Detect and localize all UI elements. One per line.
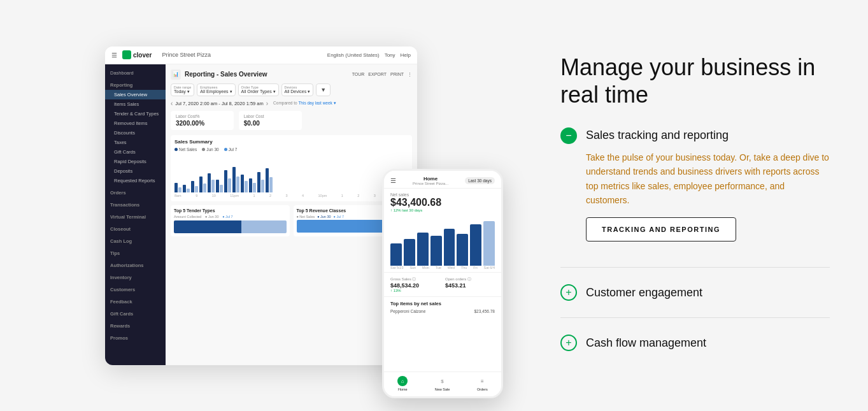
sales-tracking-title: Sales tracking and reporting [586,129,729,142]
mobile-bar-5 [444,229,455,266]
chart-x-labels: 8am91011pm123410pm12345 [174,194,408,198]
divider-2 [560,317,830,318]
mobile-stats-row: Gross Sales ⓘ $48,534.20 ↑ 13% Open orde… [384,272,501,296]
sidebar-section-feedback[interactable]: Feedback [105,297,166,306]
mobile-bar-4 [430,236,442,266]
new-sale-icon: $ [438,376,448,386]
mobile-chart-labels: Sat 5/23SunMonTueWedThuFriSat 6/4 [384,266,501,270]
customer-engagement-toggle-icon[interactable]: + [560,284,577,301]
sales-bar-chart [174,154,408,192]
dashboard-sidebar: Dashboard Reporting Sales Overview Items… [105,64,166,365]
plus-icon-2: + [566,338,571,348]
sidebar-section-inventory[interactable]: Inventory [105,273,166,282]
dashboard-main: 📊 Reporting - Sales Overview TOUR EXPORT… [166,64,417,365]
dashboard-topbar: ☰ clover Prince Street Pizza English (Un… [105,47,417,64]
sidebar-section-transactions[interactable]: Transactions [105,200,166,210]
prev-date-nav[interactable]: ‹ [171,100,173,107]
mobile-bar-2 [404,239,415,266]
sidebar-item-tender[interactable]: Tender & Card Types [105,109,166,119]
mobile-store-name: Home [413,176,448,182]
customer-engagement-title: Customer engagement [586,286,702,299]
sidebar-item-taxes[interactable]: Taxes [105,138,166,147]
next-date-nav[interactable]: › [266,100,268,107]
sidebar-section-virtual-terminal[interactable]: Virtual Terminal [105,212,166,222]
export-button[interactable]: EXPORT [368,72,387,77]
sidebar-item-requested-reports[interactable]: Requested Reports [105,176,166,185]
date-range-display: ‹ Jul 7, 2020 2:00 am - Jul 8, 2020 1:59… [171,100,412,107]
compared-to: Compared to This day last week ▾ [273,101,336,106]
filter-icon[interactable]: ▼ [316,83,331,96]
mobile-gross-sales: Gross Sales ⓘ $48,534.20 ↑ 13% [390,277,440,292]
cash-flow-toggle-icon[interactable]: + [560,335,577,351]
mobile-open-orders: Open orders ⓘ $453.21 [445,277,495,292]
sidebar-section-gift-cards2[interactable]: Gift Cards [105,309,166,319]
tour-button[interactable]: TOUR [352,72,365,77]
sales-tracking-description: Take the pulse of your business today. O… [586,150,830,208]
mobile-net-sales-label: Net sales [384,189,501,197]
divider-1 [560,267,830,268]
clover-logo: clover [122,50,152,59]
more-button[interactable]: ⋮ [408,72,412,77]
mobile-top-items: Top items by net sales Pepperoni Calzone… [384,296,501,319]
sidebar-section-orders[interactable]: Orders [105,188,166,198]
metrics-row: Labor Cost% 3200.00% Labor Cost $0.00 [171,111,412,130]
print-button[interactable]: PRINT [390,72,404,77]
sidebar-section-closeout[interactable]: Closeout [105,224,166,234]
mobile-bar-8 [483,221,495,266]
mobile-topbar: ☰ Home Prince Street Pizza... Last 30 da… [384,171,501,189]
sidebar-item-removed[interactable]: Removed Items [105,119,166,128]
home-icon: ⌂ [397,376,408,386]
devices-filter[interactable]: Devices All Devices ▾ [281,83,314,96]
sidebar-section-promos[interactable]: Promos [105,333,166,343]
page-actions: TOUR EXPORT PRINT ⋮ [352,72,412,77]
cash-flow-title: Cash flow management [586,336,706,350]
sales-tracking-toggle-icon[interactable]: − [560,127,577,144]
mobile-menu-icon: ☰ [390,177,396,184]
sidebar-item-rapid-deposits[interactable]: Rapid Deposits [105,157,166,166]
mobile-store-info: Home Prince Street Pizza... [413,176,448,185]
plus-icon-1: + [566,287,571,298]
tender-types-title: Top 5 Tender Types [174,208,287,213]
page-title: Reporting - Sales Overview [185,71,267,78]
sidebar-item-discounts[interactable]: Discounts [105,128,166,138]
dashboard-mockup: ☰ clover Prince Street Pizza English (Un… [105,47,417,365]
clover-logo-icon [122,50,131,59]
bottom-charts: Top 5 Tender Types Amount Collected ● Ju… [171,205,412,236]
mobile-bottom-nav: ⌂ Home $ New Sale ≡ Orders [384,371,501,396]
order-type-filter[interactable]: Order Type All Order Types ▾ [238,83,279,96]
tracking-reporting-button[interactable]: TRACKING AND REPORTING [586,217,736,242]
sidebar-section-authorizations[interactable]: Authorizations [105,261,166,270]
sidebar-item-items-sales[interactable]: Items Sales [105,99,166,109]
feature-customer-engagement[interactable]: + Customer engagement [560,278,830,307]
tender-types-sub: Amount Collected ● Jun 30 ● Jul 7 [174,215,287,219]
sidebar-item-gift-cards[interactable]: Gift Cards [105,147,166,157]
mobile-nav-new-sale[interactable]: $ New Sale [435,376,450,391]
tender-types-chart: Top 5 Tender Types Amount Collected ● Ju… [171,205,290,236]
sidebar-item-sales-overview[interactable]: Sales Overview [105,90,166,99]
sidebar-section-rewards[interactable]: Rewards [105,321,166,331]
mobile-period-badge[interactable]: Last 30 days [465,177,495,184]
sidebar-section-tips[interactable]: Tips [105,249,166,258]
mobile-bar-6 [457,234,468,266]
employees-filter[interactable]: Employees All Employees ▾ [197,83,235,96]
main-heading: Manage your business in real time [560,54,830,108]
sidebar-item-deposits[interactable]: Deposits [105,166,166,176]
mobile-store-sub: Prince Street Pizza... [413,182,448,185]
sidebar-section-cash-log[interactable]: Cash Log [105,236,166,246]
mobile-nav-orders[interactable]: ≡ Orders [477,376,488,391]
minus-icon: − [566,131,571,141]
date-range-text: Jul 7, 2020 2:00 am - Jul 8, 2020 1:59 a… [175,101,263,106]
date-range-filter[interactable]: Date range Today ▾ [171,83,194,96]
chart-legend: Net Sales Jun 30 Jul 7 [174,147,408,152]
mobile-nav-home[interactable]: ⌂ Home [397,376,408,391]
sidebar-section-customers[interactable]: Customers [105,285,166,294]
feature-sales-header: − Sales tracking and reporting [560,127,830,144]
feature-cash-flow[interactable]: + Cash flow management [560,328,830,357]
sidebar-item-dashboard[interactable]: Dashboard [105,68,166,78]
store-name: Prince Street Pizza [162,52,211,58]
sales-tracking-body: Take the pulse of your business today. O… [560,150,830,242]
mobile-bar-7 [470,224,481,266]
page-icon: 📊 [171,69,181,80]
metric-labor-cost: Labor Cost $0.00 [239,111,302,130]
dashboard-layout: Dashboard Reporting Sales Overview Items… [105,64,417,365]
